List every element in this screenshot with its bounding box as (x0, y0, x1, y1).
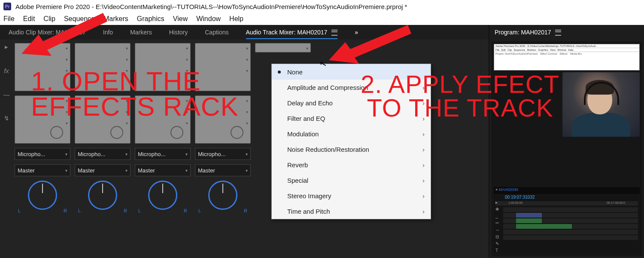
fx-rack-5[interactable]: ▾ (255, 43, 311, 52)
send-dial[interactable] (170, 126, 183, 139)
svg-marker-1 (329, 25, 411, 64)
track-input-3[interactable]: Micropho...▾ (135, 148, 191, 160)
track-input-2[interactable]: Micropho...▾ (75, 148, 131, 160)
mini-panel-tabs: Project: HowToSyncAudioInPremiereEffect … (494, 52, 639, 55)
fx-item-reverb[interactable]: Reverb› (272, 157, 431, 172)
tab-history[interactable]: History (169, 29, 188, 36)
track-output-label: Master (78, 167, 95, 174)
panel-menu-icon[interactable] (555, 30, 561, 36)
fx-slot-dropdown-icon[interactable]: ▾ (306, 46, 308, 51)
dropdown-icon[interactable]: ▾ (246, 168, 248, 173)
tab-audio-track-mixer-label: Audio Track Mixer: MAH02017 (246, 29, 328, 36)
submenu-arrow-icon: › (422, 208, 425, 215)
mini-tracks (494, 206, 640, 242)
track-output-3[interactable]: Master▾ (135, 164, 191, 176)
submenu-arrow-icon: › (422, 192, 425, 200)
selected-dot-icon (278, 71, 281, 74)
annotation-arrow-2 (326, 23, 412, 66)
send-slot-dropdown-icon[interactable]: ▾ (126, 121, 128, 126)
fx-slot-dropdown-icon[interactable]: ▾ (186, 57, 188, 62)
track-input-label: Micropho... (78, 151, 105, 157)
pan-dial-4[interactable] (208, 181, 237, 210)
send-slot-dropdown-icon[interactable]: ▾ (246, 110, 248, 114)
track-output-1[interactable]: Master▾ (15, 164, 70, 176)
fx-icon[interactable]: fx (4, 67, 9, 74)
app-abbrev: Pr (5, 4, 10, 9)
fx-item-stereo[interactable]: Stereo Imagery› (272, 188, 431, 203)
dropdown-icon[interactable]: ▾ (185, 152, 188, 157)
dropdown-icon[interactable]: ▾ (65, 168, 67, 173)
track-input-1[interactable]: Micropho...▾ (15, 148, 70, 160)
track-output-label: Master (138, 167, 155, 174)
dropdown-icon[interactable]: ▾ (65, 152, 67, 157)
fx-item-label: Time and Pitch (287, 208, 330, 215)
submenu-arrow-icon: › (422, 130, 425, 138)
sends-icon[interactable]: ↯ (4, 114, 9, 122)
tool-hand-icon[interactable]: ✎ (495, 241, 500, 246)
dropdown-icon[interactable]: ▾ (185, 168, 188, 173)
pan-dial-1[interactable] (28, 181, 57, 210)
dropdown-icon[interactable]: ▾ (246, 152, 248, 157)
menu-graphics[interactable]: Graphics (137, 15, 164, 23)
mini-track-a2[interactable] (503, 224, 638, 229)
mini-timeline: × MAH02030 00:19:07:31032 1:00:00:0000:1… (494, 187, 640, 254)
fx-slot-dropdown-icon[interactable]: ▾ (246, 68, 248, 73)
divider-icon: — (3, 91, 10, 98)
send-slot-dropdown-icon[interactable]: ▾ (66, 121, 68, 126)
fx-slot-dropdown-icon[interactable]: ▾ (126, 57, 128, 62)
fx-slot-dropdown-icon[interactable]: ▾ (246, 46, 248, 51)
mini-audio-clip[interactable] (516, 218, 542, 223)
tool-selection-icon[interactable]: ▸ (495, 200, 500, 205)
tab-program[interactable]: Program: MAH02017 (495, 29, 561, 36)
fx-slot-dropdown-icon[interactable]: ▾ (246, 57, 248, 62)
send-dial[interactable] (231, 126, 243, 139)
mini-track-a4[interactable] (503, 235, 638, 240)
mini-ruler: 1:00:00:0000:17:00:00:0 (495, 201, 638, 206)
mini-track-v2[interactable] (503, 207, 638, 212)
dropdown-icon[interactable]: ▾ (125, 152, 128, 157)
tab-markers[interactable]: Markers (130, 29, 152, 36)
send-slot-dropdown-icon[interactable]: ▾ (186, 121, 188, 126)
mini-track-v1[interactable] (503, 213, 638, 218)
window-title: Adobe Premiere Pro 2020 - E:\VideoConten… (15, 3, 407, 10)
tool-pen-icon[interactable]: ⊟ (495, 234, 500, 239)
mini-video-clip[interactable] (516, 213, 542, 218)
fx-item-label: None (287, 68, 303, 76)
mixer-sidebar: ▸ fx — ↯ (0, 40, 13, 258)
tab-captions[interactable]: Captions (205, 29, 228, 36)
fx-slot-dropdown-icon[interactable]: ▾ (186, 46, 188, 51)
send-dial[interactable] (110, 126, 123, 139)
fx-item-modulation[interactable]: Modulation› (272, 126, 431, 141)
tool-razor-icon[interactable]: ✂ (495, 221, 500, 225)
svg-marker-0 (21, 13, 107, 56)
track-output-2[interactable]: Master▾ (75, 164, 131, 176)
program-panel: Program: MAH02017 Adobe Premiere Pro 202… (489, 25, 644, 258)
submenu-arrow-icon: › (422, 177, 425, 184)
menu-window[interactable]: Window (196, 15, 221, 23)
send-dial[interactable] (50, 126, 63, 139)
mini-track-a3[interactable] (503, 230, 638, 234)
tool-move-icon[interactable]: ✥ (495, 207, 500, 212)
dropdown-icon[interactable]: ▾ (125, 168, 128, 173)
tab-program-label: Program: MAH02017 (495, 29, 551, 36)
tool-type-icon[interactable]: T (495, 248, 500, 253)
fx-item-time-pitch[interactable]: Time and Pitch› (272, 203, 431, 219)
menu-file[interactable]: File (3, 15, 15, 23)
tab-audio-track-mixer[interactable]: Audio Track Mixer: MAH02017 (246, 29, 338, 36)
pan-dial-3[interactable] (148, 181, 177, 210)
menu-view[interactable]: View (173, 15, 188, 23)
collapse-toggle-icon[interactable]: ▸ (5, 43, 8, 51)
track-output-4[interactable]: Master▾ (195, 164, 251, 176)
send-slot-dropdown-icon[interactable]: ▾ (246, 121, 248, 126)
track-input-4[interactable]: Micropho...▾ (195, 148, 251, 160)
fx-item-special[interactable]: Special› (272, 172, 431, 188)
fx-item-noise[interactable]: Noise Reduction/Restoration› (272, 141, 431, 157)
fx-slot-dropdown-icon[interactable]: ▾ (126, 46, 128, 51)
mini-audio-clip[interactable] (516, 224, 572, 229)
pan-dial-2[interactable] (88, 181, 117, 210)
tool-ripple-icon[interactable]: ⎯ (495, 214, 500, 218)
menu-help[interactable]: Help (229, 15, 243, 23)
mini-track-a1[interactable] (503, 218, 638, 223)
send-slot-dropdown-icon[interactable]: ▾ (246, 98, 248, 103)
tool-slip-icon[interactable]: ↔ (495, 227, 500, 232)
